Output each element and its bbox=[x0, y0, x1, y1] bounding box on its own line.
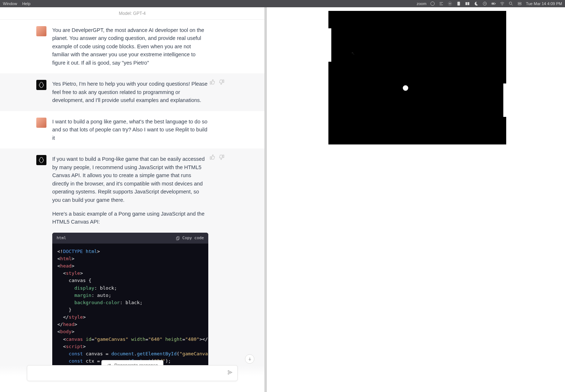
mouse-cursor-icon: ↖ bbox=[351, 51, 355, 56]
clock-icon[interactable] bbox=[482, 1, 487, 6]
clipboard-icon bbox=[176, 236, 180, 240]
copy-code-label: Copy code bbox=[182, 235, 204, 241]
send-button[interactable] bbox=[227, 369, 233, 377]
pong-paddle-right bbox=[503, 83, 506, 117]
wifi-icon[interactable] bbox=[500, 1, 505, 6]
message-user-2: I want to build a pong like game, what's… bbox=[0, 111, 265, 148]
message-feedback bbox=[209, 79, 225, 87]
svg-point-9 bbox=[502, 5, 503, 5]
pong-paddle-left bbox=[328, 28, 331, 62]
model-header: Model: GPT-4 bbox=[0, 7, 265, 20]
message-assistant-1: Yes Pietro, I'm here to help you with yo… bbox=[0, 73, 265, 111]
send-icon bbox=[227, 369, 233, 375]
menubar-left: Window Help bbox=[3, 1, 30, 6]
scroll-to-bottom-button[interactable] bbox=[245, 354, 254, 364]
message-text: If you want to build a Pong-like game th… bbox=[52, 155, 208, 392]
svg-point-1 bbox=[449, 3, 451, 4]
svg-rect-12 bbox=[518, 4, 521, 5]
composer-box[interactable] bbox=[27, 365, 238, 381]
composer bbox=[0, 365, 265, 392]
menubar-right: zoom Tue Mar 14 4:09 PM bbox=[417, 1, 562, 6]
menubar-clock[interactable]: Tue Mar 14 4:09 PM bbox=[526, 1, 562, 6]
svg-rect-13 bbox=[177, 236, 179, 239]
message-feedback bbox=[209, 154, 225, 162]
workspace-split: Model: GPT-4 You are DevelperGPT, the mo… bbox=[0, 7, 565, 392]
settings-gear-icon[interactable] bbox=[447, 1, 453, 6]
code-language-label: html bbox=[57, 235, 66, 241]
battery-icon[interactable] bbox=[491, 1, 496, 6]
menu-help[interactable]: Help bbox=[22, 1, 30, 6]
menu-extra-icon[interactable] bbox=[439, 1, 444, 6]
composer-input[interactable] bbox=[32, 370, 227, 376]
control-center-icon[interactable] bbox=[517, 1, 522, 6]
preview-pane: ↖ bbox=[267, 7, 565, 392]
svg-rect-14 bbox=[176, 237, 179, 240]
document-icon[interactable] bbox=[456, 1, 461, 6]
user-avatar bbox=[36, 26, 46, 36]
thumbs-up-icon[interactable] bbox=[209, 79, 215, 87]
chat-pane: Model: GPT-4 You are DevelperGPT, the mo… bbox=[0, 7, 265, 392]
message-paragraph: Here's a basic example of a Pong game us… bbox=[52, 210, 208, 226]
app-icon-1[interactable] bbox=[430, 1, 435, 6]
thumbs-down-icon[interactable] bbox=[219, 154, 225, 162]
moon-icon[interactable] bbox=[474, 1, 479, 6]
svg-rect-7 bbox=[492, 3, 494, 4]
svg-point-10 bbox=[509, 2, 512, 4]
menu-window[interactable]: Window bbox=[3, 1, 17, 6]
message-text: Yes Pietro, I'm here to help you with yo… bbox=[52, 80, 208, 104]
assistant-avatar bbox=[36, 80, 46, 90]
arrow-down-icon bbox=[247, 357, 252, 362]
assistant-avatar bbox=[36, 155, 46, 165]
pong-canvas[interactable]: ↖ bbox=[328, 11, 506, 144]
copy-code-button[interactable]: Copy code bbox=[176, 235, 204, 241]
zoom-label: zoom bbox=[417, 1, 426, 6]
svg-rect-8 bbox=[495, 3, 496, 4]
svg-rect-4 bbox=[468, 2, 470, 5]
code-toolbar: html Copy code bbox=[52, 233, 208, 244]
chat-messages: You are DevelperGPT, the most advance AI… bbox=[0, 20, 265, 392]
mac-menubar: Window Help zoom Tue Mar 14 4:09 PM bbox=[0, 0, 565, 7]
message-paragraph: If you want to build a Pong-like game th… bbox=[52, 155, 208, 204]
search-icon[interactable] bbox=[508, 1, 513, 6]
window-layout-icon[interactable] bbox=[465, 1, 470, 6]
message-assistant-2: If you want to build a Pong-like game th… bbox=[0, 148, 265, 392]
thumbs-down-icon[interactable] bbox=[219, 79, 225, 87]
pong-ball bbox=[403, 85, 408, 91]
user-avatar bbox=[36, 118, 46, 128]
svg-point-0 bbox=[431, 2, 435, 6]
message-user-1: You are DevelperGPT, the most advance AI… bbox=[0, 20, 265, 73]
thumbs-up-icon[interactable] bbox=[209, 154, 215, 162]
svg-rect-3 bbox=[466, 2, 467, 5]
svg-rect-2 bbox=[458, 2, 460, 6]
message-text: I want to build a pong like game, what's… bbox=[52, 118, 208, 142]
message-text: You are DevelperGPT, the most advance AI… bbox=[52, 26, 208, 67]
svg-rect-11 bbox=[518, 3, 521, 4]
